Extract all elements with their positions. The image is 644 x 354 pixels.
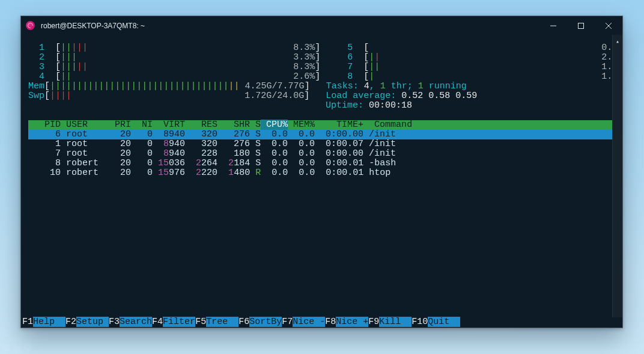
- minimize-button[interactable]: [539, 16, 567, 35]
- desktop-wallpaper: robert@DESKTOP-3A7QMT8: ~ 1 [||||| 8.3%]…: [0, 0, 644, 354]
- terminal-viewport[interactable]: 1 [||||| 8.3%] 5 [ 0.0%] 2 [||| 3.3%] 6 …: [21, 35, 622, 317]
- maximize-button[interactable]: [567, 16, 595, 35]
- window-titlebar[interactable]: robert@DESKTOP-3A7QMT8: ~: [21, 16, 622, 35]
- svg-rect-0: [579, 23, 584, 28]
- terminal-scrollbar[interactable]: ▴: [612, 35, 622, 317]
- close-button[interactable]: [595, 16, 622, 35]
- htop-function-keys[interactable]: F1Help F2Setup F3SearchF4FilterF5Tree F6…: [21, 317, 622, 328]
- window-title: robert@DESKTOP-3A7QMT8: ~: [41, 21, 145, 31]
- terminal-window: robert@DESKTOP-3A7QMT8: ~ 1 [||||| 8.3%]…: [20, 16, 623, 328]
- htop-output: 1 [||||| 8.3%] 5 [ 0.0%] 2 [||| 3.3%] 6 …: [21, 35, 612, 317]
- scrollbar-up-icon[interactable]: ▴: [616, 37, 619, 47]
- debian-icon: [26, 21, 35, 30]
